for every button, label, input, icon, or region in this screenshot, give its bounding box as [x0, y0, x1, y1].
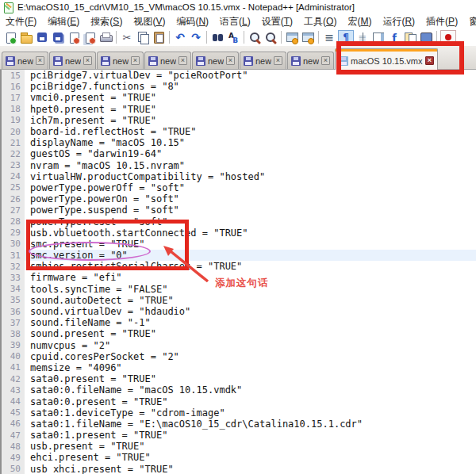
code-text[interactable]: sata0:0.present = "TRUE": [25, 396, 476, 407]
code-line[interactable]: 47sata0:1.present = "TRUE": [0, 430, 476, 441]
code-line[interactable]: 40cpuid.coresPerSocket = "2": [0, 351, 476, 362]
close-tab-icon[interactable]: ×: [226, 56, 235, 65]
code-line[interactable]: 35sound.autoDetect = "TRUE": [0, 295, 476, 306]
code-line[interactable]: 21displayName = "macOS 10.15": [0, 137, 476, 148]
code-line[interactable]: 33firmware = "efi": [0, 272, 476, 283]
code-line[interactable]: 15pciBridge7.virtualDev = "pcieRootPort": [0, 70, 476, 81]
code-line[interactable]: 28powerType.reset = "soft": [0, 216, 476, 227]
menu-item-plugins[interactable]: 插件(P): [420, 14, 463, 29]
code-text[interactable]: pciBridge7.virtualDev = "pcieRootPort": [25, 70, 476, 81]
code-line[interactable]: 45sata0:1.deviceType = "cdrom-image": [0, 407, 476, 419]
code-text[interactable]: sound.autoDetect = "TRUE": [25, 295, 476, 306]
open-folder-icon[interactable]: [19, 31, 33, 44]
copy-icon[interactable]: [136, 31, 150, 44]
menu-item-window[interactable]: 窗口(W): [463, 14, 476, 29]
code-line[interactable]: 23nvram = "macOS 10.15.nvram": [0, 160, 476, 171]
code-text[interactable]: smc.version = "0": [25, 250, 476, 261]
code-text[interactable]: nvram = "macOS 10.15.nvram": [25, 160, 476, 171]
menu-item-macro[interactable]: 宏(M): [342, 14, 377, 29]
save-all-icon[interactable]: [51, 31, 65, 44]
record-macro-icon[interactable]: [440, 30, 456, 45]
menu-item-tools[interactable]: 工具(O): [298, 14, 342, 29]
code-text[interactable]: powerType.reset = "soft": [25, 216, 476, 227]
code-text[interactable]: usb_xhci.present = "TRUE": [25, 464, 476, 474]
code-line[interactable]: 50usb_xhci.present = "TRUE": [0, 464, 476, 474]
code-text[interactable]: sata0:1.fileName = "E:\macOS10_15_cdr\Ca…: [25, 419, 476, 430]
code-line[interactable]: 46sata0:1.fileName = "E:\macOS10_15_cdr\…: [0, 419, 476, 430]
code-text[interactable]: memsize = "4096": [25, 362, 476, 373]
code-line[interactable]: 34tools.syncTime = "FALSE": [0, 284, 476, 295]
code-text[interactable]: cpuid.coresPerSocket = "2": [25, 351, 476, 362]
menu-item-edit[interactable]: 编辑(E): [42, 14, 85, 29]
doc-map-icon[interactable]: [371, 31, 386, 44]
code-line[interactable]: 16pciBridge7.functions = "8": [0, 81, 476, 92]
menu-item-language[interactable]: 语言(L): [214, 14, 256, 29]
tab-macOS-10.15.vmx[interactable]: macOS 10.15.vmx×: [335, 48, 438, 70]
save-icon[interactable]: [35, 31, 49, 44]
menu-item-encoding[interactable]: 编码(N): [171, 14, 214, 29]
close-tab-icon[interactable]: ×: [321, 56, 330, 65]
menu-item-settings[interactable]: 设置(T): [256, 14, 298, 29]
code-text[interactable]: sound.fileName = "-1": [25, 317, 476, 328]
tab-new-7[interactable]: new 7×: [240, 52, 286, 69]
code-text[interactable]: firmware = "efi": [25, 272, 476, 283]
new-file-icon[interactable]: [3, 31, 17, 44]
code-text[interactable]: smbios.restrictSerialCharset = "TRUE": [25, 261, 476, 272]
close-tab-icon[interactable]: ×: [274, 56, 282, 65]
replace-icon[interactable]: [226, 31, 240, 44]
code-text[interactable]: powerType.powerOn = "soft": [25, 193, 476, 205]
close-tab-icon[interactable]: ×: [131, 56, 140, 65]
code-text[interactable]: sound.virtualDev = "hdaudio": [25, 306, 476, 317]
code-line[interactable]: 27powerType.suspend = "soft": [0, 205, 476, 216]
code-text[interactable]: ehci.present = "TRUE": [25, 452, 476, 463]
code-line[interactable]: 31smc.version = "0": [0, 250, 476, 261]
code-line[interactable]: 39numvcpus = "2": [0, 340, 476, 351]
code-text[interactable]: displayName = "macOS 10.15": [25, 137, 476, 148]
close-tab-icon[interactable]: ×: [36, 56, 44, 65]
monitor-icon[interactable]: [419, 31, 433, 44]
print-icon[interactable]: [98, 31, 113, 44]
undo-icon[interactable]: [173, 31, 187, 44]
code-text[interactable]: numvcpus = "2": [25, 340, 476, 351]
code-line[interactable]: 37sound.fileName = "-1": [0, 317, 476, 328]
code-line[interactable]: 44sata0:0.present = "TRUE": [0, 396, 476, 407]
menu-item-file[interactable]: 文件(F): [0, 14, 42, 29]
code-text[interactable]: ich7m.present = "TRUE": [25, 115, 476, 126]
code-text[interactable]: sata0:0.fileName = "macOS 10.15.vmdk": [25, 384, 476, 396]
code-text[interactable]: hpet0.present = "TRUE": [25, 104, 476, 115]
indent-guide-icon[interactable]: [355, 31, 370, 44]
code-text[interactable]: sata0:1.deviceType = "cdrom-image": [25, 407, 476, 419]
code-text[interactable]: board-id.reflectHost = "TRUE": [25, 126, 476, 137]
find-icon[interactable]: [210, 31, 225, 44]
code-line[interactable]: 24virtualHW.productCompatibility = "host…: [0, 171, 476, 182]
tab-new-3[interactable]: new 3×: [97, 52, 144, 69]
word-wrap-icon[interactable]: [322, 31, 336, 44]
code-line[interactable]: 18hpet0.present = "TRUE": [0, 104, 476, 115]
editor-area[interactable]: 15pciBridge7.virtualDev = "pcieRootPort"…: [0, 70, 476, 474]
show-all-chars-icon[interactable]: [338, 30, 354, 45]
code-text[interactable]: powerType.suspend = "soft": [25, 205, 476, 216]
close-icon[interactable]: [67, 31, 81, 44]
code-text[interactable]: vmci0.present = "TRUE": [25, 92, 476, 103]
redo-icon[interactable]: [189, 31, 203, 44]
code-text[interactable]: tools.syncTime = "FALSE": [25, 284, 476, 295]
menu-item-run[interactable]: 运行(R): [377, 14, 420, 29]
code-line[interactable]: 22guestOS = "darwin19-64": [0, 148, 476, 159]
code-line[interactable]: 48usb.present = "TRUE": [0, 441, 476, 452]
code-text[interactable]: usb.vbluetooth.startConnected = "TRUE": [25, 227, 476, 239]
menu-item-view[interactable]: 视图(V): [128, 14, 171, 29]
close-tab-icon[interactable]: ×: [83, 56, 92, 65]
code-line[interactable]: 30smc.present = "TRUE": [0, 239, 476, 250]
code-line[interactable]: 38sound.present = "TRUE": [0, 328, 476, 339]
code-line[interactable]: 43sata0:0.fileName = "macOS 10.15.vmdk": [0, 384, 476, 396]
code-text[interactable]: guestOS = "darwin19-64": [25, 148, 476, 159]
cut-icon[interactable]: [120, 31, 134, 44]
zoom-in-icon[interactable]: [248, 31, 262, 44]
close-all-icon[interactable]: [83, 31, 97, 44]
code-line[interactable]: 42sata0.present = "TRUE": [0, 373, 476, 384]
zoom-out-icon[interactable]: [263, 31, 278, 44]
tab-new-2[interactable]: new 2×: [49, 52, 96, 69]
code-text[interactable]: powerType.powerOff = "soft": [25, 182, 476, 193]
tab-new-5[interactable]: new 5×: [192, 52, 239, 69]
code-line[interactable]: 29usb.vbluetooth.startConnected = "TRUE": [0, 227, 476, 239]
